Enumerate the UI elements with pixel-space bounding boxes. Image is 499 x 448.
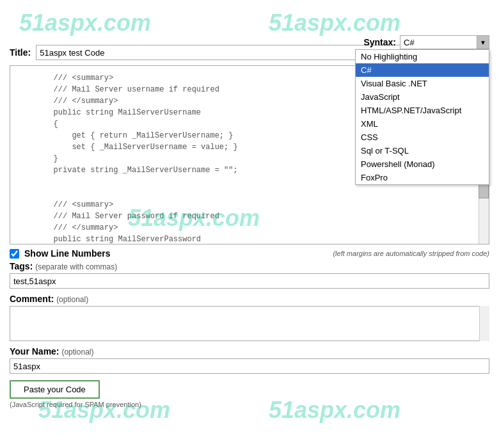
- show-line-numbers-checkbox[interactable]: [10, 249, 19, 259]
- comment-textarea[interactable]: [10, 306, 489, 341]
- dropdown-item-css[interactable]: CSS: [356, 131, 489, 144]
- dropdown-item-xml[interactable]: XML: [356, 117, 489, 131]
- paste-code-button[interactable]: Paste your Code: [10, 380, 100, 399]
- tags-label: Tags: (separate with commas): [10, 261, 489, 271]
- title-label: Title:: [10, 47, 31, 58]
- spam-note: (JavaScript required for SPAM prevention…: [10, 401, 489, 408]
- dropdown-item-js[interactable]: JavaScript: [356, 90, 489, 104]
- comment-label: Comment: (optional): [10, 294, 489, 304]
- your-name-label: Your Name: (optional): [10, 346, 489, 356]
- dropdown-item-html[interactable]: HTML/ASP.NET/JavaScript: [356, 104, 489, 117]
- comment-row: Comment: (optional): [10, 294, 489, 341]
- dropdown-item-vbnet[interactable]: Visual Basic .NET: [356, 77, 489, 90]
- dropdown-item-ps[interactable]: Powershell (Monad): [356, 157, 489, 171]
- your-name-input[interactable]: [10, 358, 489, 374]
- tags-input[interactable]: [10, 273, 489, 289]
- line-numbers-note: (left margins are automatically stripped…: [333, 250, 489, 257]
- syntax-row: Syntax: C# ▼: [363, 35, 489, 49]
- syntax-dropdown[interactable]: No Highlighting C# Visual Basic .NET Jav…: [355, 49, 489, 185]
- syntax-select[interactable]: C#: [400, 35, 489, 49]
- dropdown-item-csharp[interactable]: C#: [356, 63, 489, 77]
- show-line-numbers-row: Show Line Numbers (left margins are auto…: [10, 248, 489, 259]
- your-name-row: Your Name: (optional): [10, 346, 489, 374]
- comment-scrollbar[interactable]: [479, 306, 489, 341]
- syntax-select-wrapper: C# ▼: [400, 35, 489, 49]
- dropdown-item-foxpro[interactable]: FoxPro: [356, 171, 489, 184]
- dropdown-item-sql[interactable]: Sql or T-SQL: [356, 144, 489, 157]
- show-line-numbers-label: Show Line Numbers: [24, 248, 111, 259]
- comment-textarea-wrapper: [10, 306, 489, 341]
- syntax-label: Syntax:: [363, 37, 396, 47]
- dropdown-item-no-highlight[interactable]: No Highlighting: [356, 50, 489, 63]
- tags-row: Tags: (separate with commas): [10, 261, 489, 289]
